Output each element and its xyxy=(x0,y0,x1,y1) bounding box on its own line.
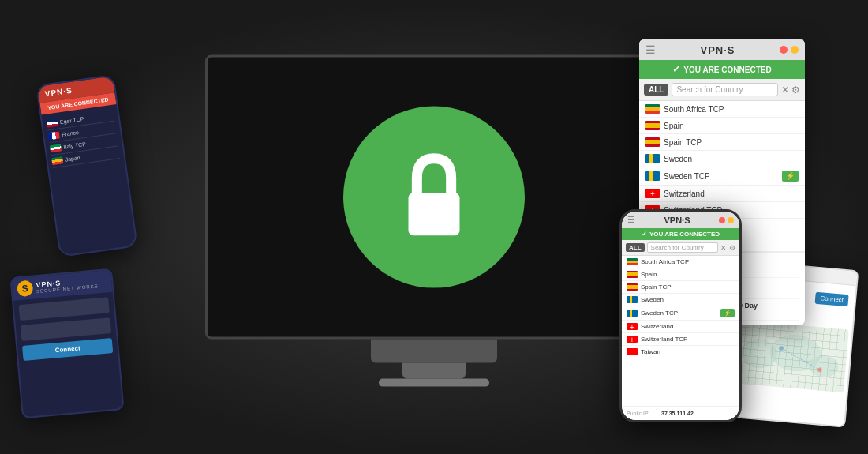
phone-close-btn[interactable] xyxy=(719,217,725,223)
phone-active-indicator[interactable]: ⚡ xyxy=(720,309,735,317)
phone-all-tab[interactable]: ALL xyxy=(626,243,645,252)
country-name: Switzerland TCP xyxy=(641,336,735,343)
phone-connected-text: YOU ARE CONNECTED xyxy=(649,231,720,238)
flag-south-africa xyxy=(627,258,638,265)
map-svg xyxy=(727,320,848,393)
right-tablet-map xyxy=(727,320,848,393)
flag-sweden-tcp xyxy=(645,171,660,181)
country-name: Spain xyxy=(664,122,799,130)
active-indicator[interactable]: ⚡ xyxy=(782,171,799,182)
vpn-logo: VPN·S xyxy=(660,44,775,56)
phone-titlebar: ☰ VPN·S xyxy=(622,212,739,228)
monitor xyxy=(189,54,679,386)
country-name: Taiwan xyxy=(641,348,735,355)
mobile-phone: ☰ VPN·S ✓ YOU ARE CONNECTED ALL Search f… xyxy=(619,209,742,422)
flag-spain xyxy=(627,271,638,278)
list-item: Switzerland xyxy=(639,186,805,202)
search-icons: ✕ ⚙ xyxy=(781,84,800,96)
country-name: Japan xyxy=(65,155,80,163)
phone-gear-icon[interactable]: ⚙ xyxy=(729,244,735,252)
list-item: Taiwan xyxy=(622,346,739,358)
menu-icon[interactable]: ☰ xyxy=(645,43,656,56)
phone-info: Public IP 37.35.111.42 xyxy=(622,406,739,420)
monitor-stand xyxy=(402,362,466,378)
monitor-screen xyxy=(205,54,663,339)
tablet-field[interactable] xyxy=(19,297,110,321)
list-item: South Africa TCP xyxy=(622,256,739,268)
left-phone-body: Eger TCP France Italy TCP Japan xyxy=(41,104,124,173)
flag-switzerland xyxy=(645,189,660,198)
flag-sweden-tcp xyxy=(627,310,638,317)
list-item: Spain TCP xyxy=(639,134,805,151)
list-item: Switzerland xyxy=(622,321,739,333)
monitor-foot xyxy=(379,378,489,386)
country-name: Spain xyxy=(641,271,735,278)
flag-sweden xyxy=(645,154,660,163)
phone-clear-icon[interactable]: ✕ xyxy=(720,244,727,252)
list-item: Switzerland TCP xyxy=(622,333,739,346)
country-name: Switzerland xyxy=(664,189,799,198)
phone-screen: ☰ VPN·S ✓ YOU ARE CONNECTED ALL Search f… xyxy=(622,212,739,420)
left-tablet: S VPN·S SECURE NET WORKS Connect xyxy=(9,268,124,419)
list-item: Sweden TCP ⚡ xyxy=(639,167,805,186)
connected-bar: ✓ YOU ARE CONNECTED xyxy=(639,60,805,79)
check-icon: ✓ xyxy=(672,64,680,75)
list-item: Spain xyxy=(639,118,805,134)
country-name: Spain TCP xyxy=(664,138,799,147)
list-item: Sweden xyxy=(639,151,805,167)
phone-ip-label: Public IP xyxy=(627,411,658,416)
flag-south-africa xyxy=(645,104,660,114)
country-name: South Africa TCP xyxy=(664,105,799,114)
flag-taiwan xyxy=(627,348,638,355)
country-name: Sweden TCP xyxy=(664,172,778,181)
window-controls xyxy=(780,46,799,54)
phone-connected-bar: ✓ YOU ARE CONNECTED xyxy=(622,228,739,240)
lock-icon xyxy=(383,145,485,248)
vpn-titlebar: ☰ VPN·S xyxy=(639,39,805,60)
phone-search-bar: ALL Search for Country ✕ ⚙ xyxy=(622,240,739,256)
tablet-logo-icon: S xyxy=(17,280,34,298)
phone-country-list: South Africa TCP Spain Spain TCP Sweden … xyxy=(622,256,739,406)
gear-icon[interactable]: ⚙ xyxy=(791,84,800,96)
country-name: Sweden TCP xyxy=(641,310,717,317)
phone-search-input[interactable]: Search for Country xyxy=(647,242,718,253)
list-item: Sweden xyxy=(622,294,739,306)
flag-spain-tcp xyxy=(645,137,660,147)
flag-spain xyxy=(645,121,660,130)
left-phone: VPN·S YOU ARE CONNECTED Eger TCP France … xyxy=(36,74,138,257)
tablet-connect-button[interactable]: Connect xyxy=(22,338,113,361)
search-bar: ALL Search for Country ✕ ⚙ xyxy=(639,79,805,101)
country-name: Sweden xyxy=(664,155,799,163)
phone-window-controls xyxy=(719,217,734,223)
left-tablet-body: Connect xyxy=(13,292,118,366)
lock-circle xyxy=(343,106,525,287)
clear-icon[interactable]: ✕ xyxy=(781,84,789,96)
list-item: South Africa TCP xyxy=(639,101,805,118)
country-name: France xyxy=(62,129,80,137)
list-item: Sweden TCP ⚡ xyxy=(622,306,739,321)
list-item: Spain xyxy=(622,268,739,281)
phone-min-btn[interactable] xyxy=(728,217,734,223)
monitor-base xyxy=(371,339,497,362)
country-name: South Africa TCP xyxy=(641,258,735,265)
phone-menu-icon[interactable]: ☰ xyxy=(627,215,635,225)
main-scene: VPN·S YOU ARE CONNECTED Eger TCP France … xyxy=(0,0,868,454)
close-button[interactable] xyxy=(780,46,788,54)
country-name: Italy TCP xyxy=(63,141,86,150)
flag-spain-tcp xyxy=(627,283,638,291)
tablet-field[interactable] xyxy=(21,317,111,341)
list-item: Spain TCP xyxy=(622,281,739,294)
phone-check-icon: ✓ xyxy=(642,231,647,238)
country-name: Eger TCP xyxy=(59,116,84,125)
search-input[interactable]: Search for Country xyxy=(672,83,778,96)
country-name: Spain TCP xyxy=(641,283,735,291)
connected-text: YOU ARE CONNECTED xyxy=(683,66,771,74)
country-name: Switzerland xyxy=(641,323,735,330)
minimize-button[interactable] xyxy=(791,46,799,54)
phone-info-row: Public IP 37.35.111.42 xyxy=(627,409,735,418)
flag-switzerland xyxy=(627,323,638,330)
phone-ip-value: 37.35.111.42 xyxy=(661,411,694,416)
all-tab[interactable]: ALL xyxy=(644,84,668,96)
flag-sweden xyxy=(627,296,638,303)
flag-switzerland-tcp xyxy=(627,336,638,343)
